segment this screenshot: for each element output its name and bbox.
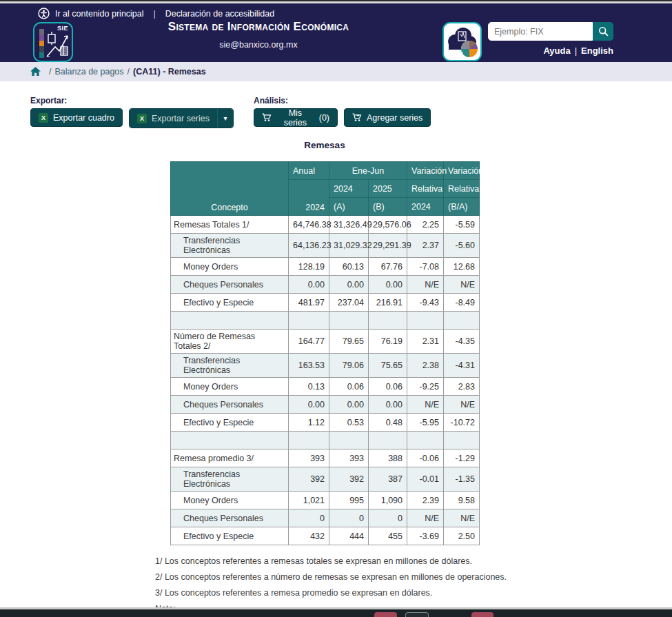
table-row: Transferencias Electrónicas64,136.2331,0… <box>171 234 480 258</box>
col-header-a: (A) <box>329 198 369 216</box>
row-value: N/E <box>407 509 444 527</box>
row-value: N/E <box>444 276 480 294</box>
site-header: Ir al contenido principal | Declaración … <box>0 3 672 62</box>
row-label <box>171 312 289 330</box>
table-row: Número de Remesas Totales 2/164.7779.657… <box>171 330 480 354</box>
row-value: 392 <box>289 467 329 492</box>
row-value: 31,326.49 <box>329 216 369 234</box>
col-header-relativa-1: Relativa <box>407 180 444 198</box>
links-separator: | <box>575 45 577 56</box>
row-label <box>171 432 289 449</box>
row-value: 393 <box>329 449 369 467</box>
row-value: -8.49 <box>444 294 480 312</box>
row-value: 2.38 <box>407 354 444 378</box>
export-group: Exportar: X Exportar cuadro X Exportar s… <box>30 96 234 128</box>
table-row: Transferencias Electrónicas163.5379.0675… <box>171 354 480 378</box>
remesas-table: Concepto Anual Ene-Jun Variación Variaci… <box>170 161 480 545</box>
row-value <box>444 432 480 449</box>
cart-plus-icon <box>352 113 362 122</box>
col-header-relativa-2: Relativa <box>444 180 480 198</box>
breadcrumb: / Balanza de pagos / (CA11) - Remesas <box>0 62 672 81</box>
toolbar: Exportar: X Exportar cuadro X Exportar s… <box>0 81 672 128</box>
row-value: N/E <box>444 396 480 414</box>
row-value: -10.72 <box>444 414 480 432</box>
breadcrumb-current: (CA11) - Remesas <box>133 67 206 77</box>
chevron-down-icon: ▾ <box>223 114 227 122</box>
search-button[interactable] <box>593 22 613 41</box>
row-value: 0.00 <box>329 276 369 294</box>
row-value: 2.25 <box>407 216 444 234</box>
add-series-button[interactable]: Agregar series <box>344 108 431 127</box>
row-label: Remesa promedio 3/ <box>171 449 289 467</box>
header-right-cluster: SIE-API Ayuda|English <box>442 22 613 61</box>
row-value: 2.50 <box>444 527 480 545</box>
row-value: 444 <box>329 527 369 545</box>
export-table-button[interactable]: X Exportar cuadro <box>30 108 123 127</box>
row-value: 388 <box>369 449 407 467</box>
cutoff-button-2[interactable] <box>405 612 429 617</box>
row-label: Remesas Totales 1/ <box>171 216 289 234</box>
skip-to-content-link[interactable]: Ir al contenido principal <box>55 9 144 19</box>
row-label: Cheques Personales <box>171 276 289 294</box>
row-label: Efectivo y Especie <box>171 414 289 432</box>
sie-logo-chart-icon <box>45 30 72 61</box>
row-value <box>407 432 444 449</box>
row-value: 0.13 <box>289 378 329 396</box>
row-value <box>329 432 369 449</box>
export-series-dropdown-button[interactable]: ▾ <box>218 109 233 128</box>
table-row: Remesa promedio 3/393393388-0.06-1.29 <box>171 449 480 467</box>
row-value <box>444 312 480 330</box>
pie-chart-icon <box>460 40 478 58</box>
row-value: -0.06 <box>407 449 444 467</box>
col-header-2025: 2025 <box>369 180 407 198</box>
row-value: -5.59 <box>444 216 480 234</box>
row-value: -9.43 <box>407 294 444 312</box>
table-row: Cheques Personales0.000.000.00N/EN/E <box>171 276 480 294</box>
cutoff-button-1[interactable] <box>374 612 397 617</box>
cutoff-button-3[interactable] <box>471 612 493 617</box>
table-title: Remesas <box>170 140 479 150</box>
my-series-count: (0) <box>319 113 329 123</box>
col-header-variacion-1: Variación <box>407 162 444 180</box>
language-link[interactable]: English <box>581 45 613 56</box>
row-value: 0.00 <box>369 276 407 294</box>
row-value: 75.65 <box>369 354 407 378</box>
footnote-3: 3/ Los conceptos referentes a remesa pro… <box>155 585 672 601</box>
row-value: 1.12 <box>289 414 329 432</box>
row-value: -7.08 <box>407 258 444 276</box>
row-value: 2.31 <box>407 330 444 354</box>
help-link[interactable]: Ayuda <box>543 45 570 56</box>
search-bar <box>488 22 613 41</box>
row-value: N/E <box>444 509 480 527</box>
row-value: 60.13 <box>329 258 369 276</box>
row-value: 0.00 <box>369 396 407 414</box>
row-label: Cheques Personales <box>171 396 289 414</box>
search-input[interactable] <box>488 22 593 41</box>
row-value: -0.01 <box>407 467 444 492</box>
sie-logo[interactable]: SIE <box>33 22 73 62</box>
row-value: 79.65 <box>329 330 369 354</box>
row-value: 64,746.38 <box>289 216 329 234</box>
contact-email[interactable]: sie@banxico.org.mx <box>107 40 410 50</box>
accessibility-icon <box>38 8 50 19</box>
row-value: 0.00 <box>289 396 329 414</box>
analysis-group: Análisis: Mis series (0) <box>254 96 431 128</box>
add-series-label: Agregar series <box>367 113 422 123</box>
row-value: 67.76 <box>369 258 407 276</box>
breadcrumb-separator: / <box>128 67 130 77</box>
row-value: 29,291.39 <box>369 234 407 258</box>
row-value: 31,029.32 <box>329 234 369 258</box>
breadcrumb-parent-link[interactable]: Balanza de pagos <box>54 67 123 77</box>
row-value: 481.97 <box>289 294 329 312</box>
col-header-anual: Anual <box>289 162 329 180</box>
sie-api-logo[interactable]: SIE-API <box>442 22 482 61</box>
home-icon[interactable] <box>30 67 41 77</box>
export-series-button[interactable]: X Exportar series <box>130 109 218 128</box>
sie-logo-colorbar <box>39 29 44 58</box>
table-row: Money Orders0.130.060.06-9.252.83 <box>171 378 480 396</box>
accessibility-statement-link[interactable]: Declaración de accesibilidad <box>165 9 274 19</box>
my-series-button[interactable]: Mis series (0) <box>254 108 338 127</box>
row-value: 237.04 <box>329 294 369 312</box>
col-header-b: (B) <box>369 198 407 216</box>
export-label: Exportar: <box>30 96 234 105</box>
